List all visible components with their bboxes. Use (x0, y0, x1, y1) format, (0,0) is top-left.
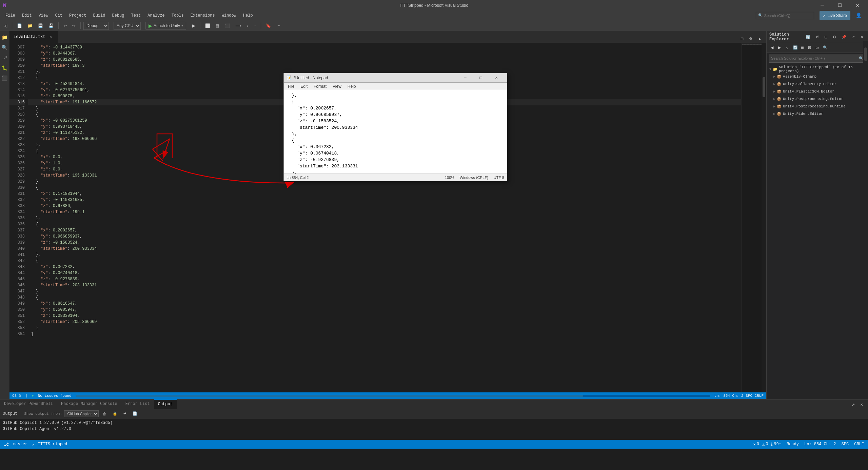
toolbar-save-all[interactable]: 💾 (46, 22, 56, 30)
sidebar-extensions-icon[interactable]: ⬛ (1, 74, 9, 82)
toolbar-redo[interactable]: ↪ (70, 22, 78, 30)
notepad-menu-edit[interactable]: Edit (298, 83, 310, 89)
toolbar-hexdisplay[interactable]: ▦ (214, 22, 221, 30)
se-pin-button[interactable]: 📌 (840, 33, 848, 41)
menu-window[interactable]: Window (219, 12, 239, 19)
notepad-maximize[interactable]: □ (473, 73, 489, 83)
editor-scrollbar[interactable] (762, 43, 766, 392)
menu-project[interactable]: Project (66, 12, 89, 19)
notepad-menu-format[interactable]: Format (311, 83, 329, 89)
se-tb-5[interactable]: ☰ (798, 44, 805, 52)
tree-item-solution[interactable]: ▼ 📁 Solution 'ITTTStripped' (16 of 16 pr… (767, 65, 868, 73)
tree-item-collab-proxy[interactable]: ▶ 📦 Unity.CollabProxy.Editor (767, 80, 868, 88)
minimize-button[interactable]: ─ (814, 0, 830, 11)
se-search-input[interactable] (771, 56, 859, 60)
panel-popout[interactable]: ↗ (850, 401, 857, 409)
se-sync-button[interactable]: 🔄 (804, 33, 812, 41)
notepad-menu-file[interactable]: File (285, 83, 297, 89)
menu-analyze[interactable]: Analyze (145, 12, 167, 19)
se-tb-2[interactable]: ▶ (776, 44, 783, 52)
toolbar-source-control[interactable]: ⬛ (223, 22, 232, 30)
scroll-lock-button[interactable]: 🔒 (111, 410, 119, 418)
toolbar-save[interactable]: 💾 (36, 22, 45, 30)
maximize-button[interactable]: □ (832, 0, 848, 11)
menu-build[interactable]: Build (90, 12, 108, 19)
errors-count[interactable]: ✕ 0 ⚠ 0 ℹ 99+ (753, 442, 781, 447)
tree-item-assembly-csharp[interactable]: ▶ 📦 Assembly-CSharp (767, 73, 868, 80)
panel-close[interactable]: ✕ (858, 401, 865, 409)
line-col-info[interactable]: Ln: 854 Ch: 2 (804, 442, 836, 447)
sidebar-search-icon[interactable]: 🔍 (1, 43, 9, 52)
toolbar-new[interactable]: 📄 (15, 22, 24, 30)
menu-edit[interactable]: Edit (19, 12, 35, 19)
split-editor-button[interactable]: ⊞ (738, 35, 746, 43)
tree-item-plasticscm[interactable]: ▶ 📦 Unity.PlasticSCM.Editor (767, 88, 868, 95)
toolbar-bookmark[interactable]: 🔖 (264, 22, 273, 30)
menu-test[interactable]: Test (129, 12, 144, 19)
clear-output-button[interactable]: 🗑 (101, 410, 108, 418)
toolbar-more[interactable]: ⋯ (274, 22, 282, 30)
menu-tools[interactable]: Tools (169, 12, 186, 19)
tab-dev-powershell[interactable]: Developer PowerShell (0, 399, 57, 409)
tree-item-rider-editor[interactable]: ▶ 📦 Unity.Rider.Editor (767, 110, 868, 118)
tab-pkg-manager[interactable]: Package Manager Console (57, 399, 121, 409)
toolbar-undo[interactable]: ↩ (61, 22, 69, 30)
notepad-menu-help[interactable]: Help (345, 83, 359, 89)
toolbar-back[interactable]: ◁ (2, 22, 9, 30)
output-source-select[interactable]: GitHub Copilot Build Debug (64, 410, 99, 417)
se-tb-1[interactable]: ◀ (769, 44, 775, 52)
se-refresh-button[interactable]: ↺ (814, 33, 821, 41)
tab-output[interactable]: Output (154, 399, 177, 409)
h-scrollbar[interactable] (76, 395, 710, 397)
se-tb-4[interactable]: 🔄 (791, 44, 798, 52)
toolbar-breakpoint[interactable]: ⬜ (203, 22, 212, 30)
menu-extensions[interactable]: Extensions (188, 12, 218, 19)
maximize-editor-button[interactable]: ▲ (756, 35, 764, 43)
notepad-menu-view[interactable]: View (330, 83, 344, 89)
tab-error-list[interactable]: Error List (121, 399, 154, 409)
menu-view[interactable]: View (36, 12, 51, 19)
tree-item-postproc-runtime[interactable]: ▶ 📦 Unity.Postprocessing.Runtime (767, 103, 868, 110)
toolbar-open[interactable]: 📁 (25, 22, 35, 30)
tree-item-postproc-editor[interactable]: ▶ 📦 Unity.Postprocessing.Editor (767, 95, 868, 103)
se-popout-button[interactable]: ↗ (850, 33, 857, 41)
profile-button[interactable]: 👤 (852, 11, 865, 20)
notepad-text-area[interactable]: }, { "x": 0.2002657, "y": 0.966859937, "… (284, 90, 507, 173)
se-scrollbar[interactable] (863, 41, 868, 176)
se-settings-button[interactable]: ⚙ (831, 33, 838, 41)
debug-config-select[interactable]: Debug Release (83, 22, 109, 30)
platform-select[interactable]: Any CPU x64 x86 (114, 22, 141, 30)
sidebar-debug-icon[interactable]: 🐛 (1, 64, 9, 72)
editor-settings-button[interactable]: ⚙ (747, 35, 754, 43)
menu-debug[interactable]: Debug (109, 12, 127, 19)
sidebar-explorer-icon[interactable]: 📁 (1, 33, 9, 41)
toolbar-step-in[interactable]: ↓ (244, 22, 251, 30)
se-close-button[interactable]: ✕ (858, 33, 865, 41)
notepad-close[interactable]: ✕ (489, 73, 504, 83)
word-wrap-button[interactable]: ↵ (121, 410, 129, 418)
menu-help[interactable]: Help (240, 12, 256, 19)
notepad-titlebar[interactable]: 📝 *Untitled - Notepad ─ □ ✕ (284, 73, 507, 83)
open-in-editor-button[interactable]: 📄 (131, 410, 139, 418)
se-tb-6[interactable]: ⊟ (806, 44, 813, 52)
menu-git[interactable]: Git (52, 12, 65, 19)
se-tb-7[interactable]: 🗂 (813, 44, 820, 52)
crlf-indicator[interactable]: CRLF (854, 442, 864, 447)
tab-close-icon[interactable]: ✕ (48, 34, 54, 40)
toolbar-debug-more[interactable]: ▶ (190, 22, 197, 30)
se-collapse-button[interactable]: ⊟ (822, 33, 829, 41)
git-branch[interactable]: master (13, 442, 27, 447)
se-tb-8[interactable]: 🔍 (821, 44, 828, 52)
notepad-minimize[interactable]: ─ (457, 73, 473, 83)
attach-to-unity-button[interactable]: ▶ Attach to Unity ▾ (145, 22, 186, 30)
se-scrollbar-thumb[interactable] (864, 47, 867, 61)
menu-file[interactable]: File (3, 12, 18, 19)
se-tb-3[interactable]: ⌂ (784, 44, 790, 52)
toolbar-step-over[interactable]: ⟶ (233, 22, 243, 30)
search-input[interactable] (764, 14, 812, 18)
live-share-button[interactable]: ↗ Live Share (820, 11, 850, 20)
sidebar-git-icon[interactable]: ⎇ (1, 54, 9, 62)
scrollbar-thumb[interactable] (763, 77, 765, 97)
close-button[interactable]: ✕ (850, 0, 865, 11)
toolbar-step-out[interactable]: ↑ (252, 22, 258, 30)
